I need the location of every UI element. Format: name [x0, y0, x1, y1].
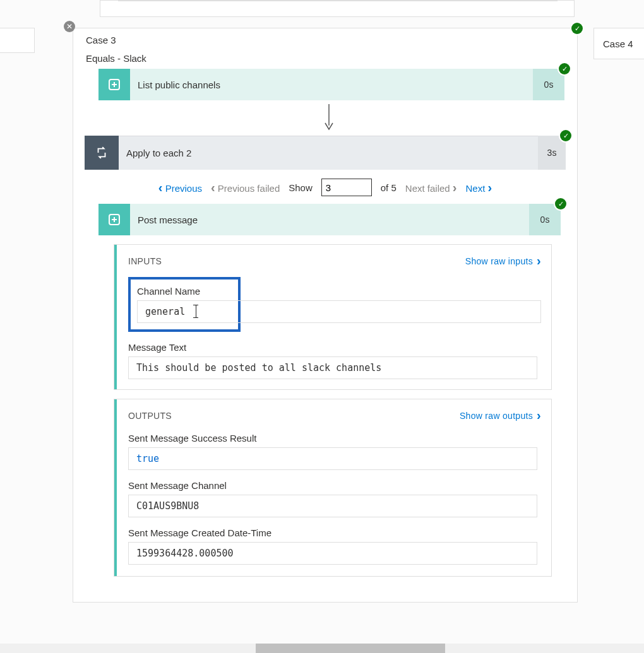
iteration-input[interactable]	[321, 179, 372, 196]
loop-icon	[85, 136, 119, 170]
checkmark-icon: ✓	[571, 23, 583, 34]
next-link[interactable]: Next	[466, 180, 492, 195]
inputs-panel: INPUTS Show raw inputs Channel Name gene…	[114, 244, 552, 390]
partial-card-top	[100, 0, 575, 17]
case-4-title: Case 4	[603, 38, 633, 49]
message-text-value[interactable]: This should be posted to all slack chann…	[128, 356, 537, 379]
chevron-right-icon	[537, 254, 541, 268]
chevron-right-icon	[537, 408, 541, 423]
chevron-left-icon	[211, 183, 215, 194]
condition-label: Equals - Slack	[73, 50, 577, 66]
next-failed-link[interactable]: Next failed	[405, 180, 457, 195]
chevron-left-icon	[158, 183, 163, 194]
message-text-label: Message Text	[128, 342, 537, 353]
show-raw-outputs-link[interactable]: Show raw outputs	[460, 408, 541, 423]
checkmark-icon: ✓	[560, 130, 571, 141]
iteration-pager: Previous Previous failed Show of 5 Next …	[98, 179, 552, 196]
arrow-down-icon	[81, 104, 577, 131]
show-raw-inputs-link[interactable]: Show raw inputs	[465, 254, 541, 268]
case-3-card: ✕ ✓ Case 3 Equals - Slack ✓ List public …	[73, 28, 578, 603]
action-duration: 0s	[533, 69, 564, 100]
of-total: of 5	[381, 182, 397, 193]
previous-link[interactable]: Previous	[158, 180, 202, 195]
channel-name-highlight: Channel Name general	[128, 277, 241, 332]
chevron-right-icon	[488, 183, 492, 194]
slack-icon	[98, 204, 130, 235]
sent-channel-label: Sent Message Channel	[128, 480, 537, 491]
outputs-title: OUTPUTS	[128, 411, 460, 421]
action-label: Post message	[130, 204, 529, 235]
close-icon[interactable]: ✕	[64, 21, 75, 32]
scrollbar-thumb[interactable]	[256, 644, 445, 653]
sent-created-label: Sent Message Created Date-Time	[128, 527, 537, 538]
checkmark-icon: ✓	[559, 63, 570, 74]
case-4-card[interactable]: Case 4	[593, 28, 644, 59]
previous-failed-link[interactable]: Previous failed	[211, 180, 280, 195]
slack-icon	[98, 69, 130, 100]
action-label: List public channels	[130, 69, 533, 100]
text-cursor-icon	[191, 306, 191, 317]
channel-name-label: Channel Name	[137, 286, 232, 297]
horizontal-scrollbar[interactable]	[0, 644, 644, 653]
outputs-panel: OUTPUTS Show raw outputs Sent Message Su…	[114, 399, 552, 577]
loop-duration: 3s	[538, 136, 566, 170]
partial-card-left	[0, 28, 35, 53]
channel-name-value[interactable]: general	[137, 300, 541, 323]
show-label: Show	[289, 182, 313, 193]
sent-success-value[interactable]: true	[128, 447, 537, 470]
action-list-public-channels[interactable]: ✓ List public channels 0s	[98, 69, 564, 100]
checkmark-icon: ✓	[555, 198, 566, 209]
loop-label: Apply to each 2	[119, 136, 538, 170]
inputs-title: INPUTS	[128, 256, 465, 266]
sent-channel-value[interactable]: C01AUS9BNU8	[128, 495, 537, 517]
action-post-message[interactable]: ✓ Post message 0s	[98, 204, 561, 235]
sent-success-label: Sent Message Success Result	[128, 433, 537, 444]
action-apply-to-each[interactable]: ✓ Apply to each 2 3s	[85, 136, 566, 170]
case-3-title: Case 3	[73, 28, 577, 50]
action-duration: 0s	[529, 204, 561, 235]
sent-created-value[interactable]: 1599364428.000500	[128, 542, 537, 565]
chevron-right-icon	[453, 183, 457, 194]
